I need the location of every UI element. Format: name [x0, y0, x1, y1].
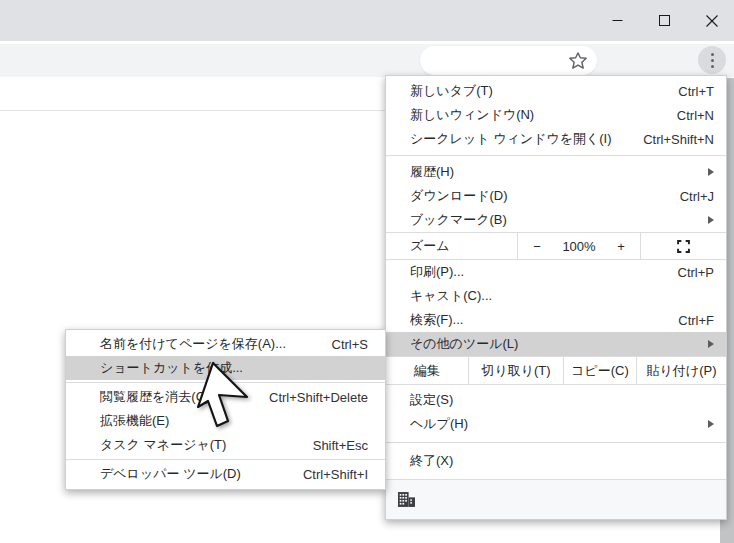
menu-item-label: タスク マネージャ(T)	[100, 436, 226, 454]
titlebar	[0, 0, 734, 41]
fullscreen-button[interactable]	[641, 233, 726, 259]
menu-item-find[interactable]: 検索(F)... Ctrl+F	[386, 308, 726, 332]
menu-item-save-page[interactable]: 名前を付けてページを保存(A)... Ctrl+S	[66, 332, 385, 356]
menu-item-history[interactable]: 履歴(H)	[386, 160, 726, 184]
menu-item-label: ヘルプ(H)	[410, 415, 468, 433]
menu-item-shortcut: Ctrl+N	[677, 108, 714, 123]
submenu-arrow-icon	[708, 340, 714, 348]
submenu-arrow-icon	[708, 420, 714, 428]
menu-item-label: 印刷(P)...	[410, 263, 464, 281]
menu-item-shortcut: Ctrl+P	[678, 265, 714, 280]
browser-menu: 新しいタブ(T) Ctrl+T 新しいウィンドウ(N) Ctrl+N シークレッ…	[385, 75, 727, 520]
menu-item-shortcut: Ctrl+J	[680, 189, 714, 204]
menu-item-task-manager[interactable]: タスク マネージャ(T) Shift+Esc	[66, 433, 385, 457]
menu-item-label: 終了(X)	[410, 452, 453, 470]
menu-item-new-window[interactable]: 新しいウィンドウ(N) Ctrl+N	[386, 103, 726, 127]
zoom-in-button[interactable]: +	[602, 233, 640, 259]
paste-button[interactable]: 貼り付け(P)	[636, 357, 726, 384]
minimize-button[interactable]	[595, 0, 640, 41]
close-button[interactable]	[689, 0, 734, 41]
menu-separator	[386, 442, 726, 443]
submenu-arrow-icon	[708, 168, 714, 176]
menu-item-help[interactable]: ヘルプ(H)	[386, 412, 726, 436]
menu-item-more-tools[interactable]: その他のツール(L)	[386, 332, 726, 356]
menu-zoom-row: ズーム − 100% +	[386, 232, 726, 260]
toolbar	[0, 44, 734, 77]
menu-item-shortcut: Ctrl+T	[678, 84, 714, 99]
zoom-label: ズーム	[386, 233, 517, 259]
menu-item-label: 検索(F)...	[410, 311, 463, 329]
copy-button[interactable]: コピー(C)	[563, 357, 636, 384]
menu-item-label: 新しいウィンドウ(N)	[410, 106, 534, 124]
menu-item-label: 名前を付けてページを保存(A)...	[100, 335, 286, 353]
menu-item-incognito[interactable]: シークレット ウィンドウを開く(I) Ctrl+Shift+N	[386, 127, 726, 151]
menu-item-label: 設定(S)	[410, 391, 453, 409]
menu-item-shortcut: Shift+Esc	[313, 438, 368, 453]
fullscreen-icon	[677, 240, 690, 253]
star-outline-icon	[569, 52, 587, 69]
menu-item-shortcut: Ctrl+Shift+Delete	[269, 390, 368, 405]
menu-item-label: 新しいタブ(T)	[410, 82, 493, 100]
close-icon	[706, 15, 718, 27]
menu-item-shortcut: Ctrl+Shift+I	[303, 467, 368, 482]
zoom-out-button[interactable]: −	[518, 233, 556, 259]
kebab-vertical-icon	[711, 53, 714, 68]
submenu-arrow-icon	[708, 216, 714, 224]
menu-item-label: ブックマーク(B)	[410, 211, 507, 229]
menu-item-shortcut: Ctrl+F	[678, 313, 714, 328]
menu-item-label: 拡張機能(E)	[100, 412, 169, 430]
menu-item-label: キャスト(C)...	[410, 287, 492, 305]
menu-item-print[interactable]: 印刷(P)... Ctrl+P	[386, 260, 726, 284]
menu-item-shortcut: Ctrl+S	[332, 337, 368, 352]
menu-separator	[386, 155, 726, 156]
menu-item-dev-tools[interactable]: デベロッパー ツール(D) Ctrl+Shift+I	[66, 462, 385, 486]
menu-item-label: ダウンロード(D)	[410, 187, 508, 205]
zoom-value: 100%	[556, 233, 602, 259]
menu-item-bookmarks[interactable]: ブックマーク(B)	[386, 208, 726, 232]
arrow-cursor	[196, 360, 252, 432]
menu-edit-row: 編集 切り取り(T) コピー(C) 貼り付け(P)	[386, 356, 726, 385]
maximize-icon	[659, 15, 670, 26]
maximize-button[interactable]	[642, 0, 687, 41]
managed-indicator[interactable]	[386, 479, 726, 519]
menu-item-label: シークレット ウィンドウを開く(I)	[410, 130, 612, 148]
minimize-icon	[612, 15, 623, 26]
cut-button[interactable]: 切り取り(T)	[468, 357, 563, 384]
menu-item-cast[interactable]: キャスト(C)...	[386, 284, 726, 308]
menu-item-shortcut: Ctrl+Shift+N	[643, 132, 714, 147]
menu-separator	[66, 459, 385, 460]
bookmark-button[interactable]	[567, 50, 588, 71]
edit-label: 編集	[386, 357, 468, 384]
menu-item-label: その他のツール(L)	[410, 335, 518, 353]
menu-item-downloads[interactable]: ダウンロード(D) Ctrl+J	[386, 184, 726, 208]
browser-menu-button[interactable]	[698, 46, 726, 74]
building-icon	[398, 492, 415, 507]
menu-item-settings[interactable]: 設定(S)	[386, 388, 726, 412]
menu-item-exit[interactable]: 終了(X)	[386, 449, 726, 473]
menu-item-label: デベロッパー ツール(D)	[100, 465, 241, 483]
menu-item-label: 履歴(H)	[410, 163, 454, 181]
menu-item-new-tab[interactable]: 新しいタブ(T) Ctrl+T	[386, 79, 726, 103]
